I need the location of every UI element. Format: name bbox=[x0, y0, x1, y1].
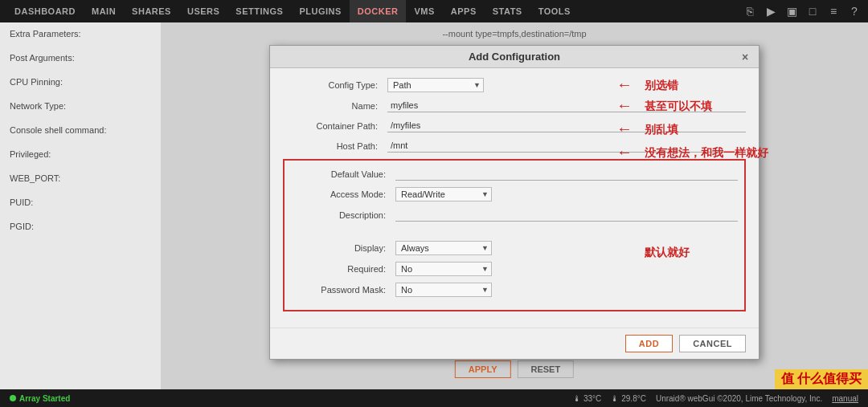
cancel-button[interactable]: CANCEL bbox=[679, 335, 746, 352]
host-path-control bbox=[387, 139, 746, 153]
reset-button[interactable]: RESET bbox=[517, 360, 574, 378]
status-dot-icon bbox=[10, 395, 16, 401]
nav-docker[interactable]: DOCKER bbox=[350, 0, 407, 22]
sidebar-pgid: PGID: bbox=[10, 222, 151, 231]
default-value-input[interactable] bbox=[395, 167, 738, 181]
display-select[interactable]: Always Advanced Advanced Always Never bbox=[395, 241, 492, 255]
modal-close-button[interactable]: × bbox=[738, 50, 752, 64]
access-mode-select-wrapper: Read/Write Read Only No Access ▼ bbox=[395, 187, 492, 201]
sidebar-privileged: Privileged: bbox=[10, 149, 151, 159]
temp2: 🌡 29.8°C bbox=[611, 394, 646, 403]
default-value-row: Default Value: bbox=[291, 167, 738, 181]
name-row: Name: bbox=[283, 99, 746, 112]
thermometer2-icon: 🌡 bbox=[611, 394, 619, 403]
access-mode-label: Access Mode: bbox=[291, 189, 395, 199]
sidebar-cpu-pinning: CPU Pinning: bbox=[10, 77, 151, 87]
temp1-label: 33°C bbox=[583, 394, 601, 403]
top-navigation: DASHBOARD MAIN SHARES USERS SETTINGS PLU… bbox=[0, 0, 868, 22]
required-row: Required: No Yes ▼ bbox=[291, 262, 738, 276]
thermometer1-icon: 🌡 bbox=[573, 394, 581, 403]
nav-settings[interactable]: SETTINGS bbox=[227, 0, 291, 22]
modal-title: Add Configuration bbox=[469, 51, 560, 63]
copy-icon[interactable]: ⎘ bbox=[743, 4, 757, 18]
red-section: Default Value: Access Mode: bbox=[283, 159, 746, 311]
sidebar-web-port: WEB_PORT: bbox=[10, 173, 151, 183]
array-started-status: Array Started bbox=[10, 394, 70, 403]
manual-link[interactable]: manual bbox=[832, 394, 858, 403]
name-label: Name: bbox=[283, 101, 387, 111]
password-mask-control: No Yes ▼ bbox=[395, 283, 738, 297]
nav-dashboard[interactable]: DASHBOARD bbox=[6, 0, 84, 22]
watermark: 值 什么值得买 bbox=[775, 369, 868, 389]
modal-footer: ADD CANCEL bbox=[270, 328, 759, 359]
add-button[interactable]: ADD bbox=[625, 335, 673, 352]
modal-header: Add Configuration × bbox=[270, 46, 759, 68]
password-mask-select-wrapper: No Yes ▼ bbox=[395, 283, 492, 297]
list-icon[interactable]: ≡ bbox=[826, 4, 841, 18]
apply-button[interactable]: APPLY bbox=[455, 360, 511, 378]
monitor-icon[interactable]: ▣ bbox=[784, 4, 799, 18]
config-type-label: Config Type: bbox=[283, 80, 387, 90]
main-area: Extra Parameters: Post Arguments: CPU Pi… bbox=[0, 22, 868, 389]
nav-apps[interactable]: APPS bbox=[443, 0, 485, 22]
access-mode-control: Read/Write Read Only No Access ▼ bbox=[395, 187, 738, 201]
temp1: 🌡 33°C bbox=[573, 394, 601, 403]
temp2-label: 29.8°C bbox=[621, 394, 646, 403]
description-input[interactable] bbox=[395, 208, 738, 222]
sidebar: Extra Parameters: Post Arguments: CPU Pi… bbox=[0, 22, 161, 389]
display-control: Always Advanced Advanced Always Never ▼ bbox=[395, 241, 738, 255]
mount-text: --mount type=tmpfs,destination=/tmp bbox=[170, 26, 858, 45]
nav-tools[interactable]: TOOLS bbox=[530, 0, 579, 22]
required-select[interactable]: No Yes bbox=[395, 262, 492, 276]
sidebar-network-type: Network Type: bbox=[10, 101, 151, 111]
display-row: Display: Always Advanced Advanced Always… bbox=[291, 241, 738, 255]
desktop-icon[interactable]: □ bbox=[805, 4, 820, 18]
container-path-label: Container Path: bbox=[283, 121, 387, 131]
nav-main[interactable]: MAIN bbox=[84, 0, 124, 22]
access-mode-select[interactable]: Read/Write Read Only No Access bbox=[395, 187, 492, 201]
required-select-wrapper: No Yes ▼ bbox=[395, 262, 492, 276]
password-mask-label: Password Mask: bbox=[291, 285, 395, 295]
modal-wrapper: Add Configuration × Config Type: Path Va… bbox=[170, 45, 858, 360]
nav-stats[interactable]: STATS bbox=[485, 0, 530, 22]
terminal-icon[interactable]: ▶ bbox=[764, 4, 778, 18]
name-input[interactable] bbox=[387, 99, 746, 112]
nav-right-icons: ⎘ ▶ ▣ □ ≡ ? bbox=[743, 4, 862, 18]
copyright-text: Unraid® webGui ©2020, Lime Technology, I… bbox=[656, 394, 822, 403]
status-right: 🌡 33°C 🌡 29.8°C Unraid® webGui ©2020, Li… bbox=[573, 394, 858, 403]
bottom-actions: APPLY RESET bbox=[455, 356, 574, 383]
default-value-control bbox=[395, 167, 738, 181]
nav-users[interactable]: USERS bbox=[179, 0, 227, 22]
sidebar-puid: PUID: bbox=[10, 197, 151, 207]
host-path-label: Host Path: bbox=[283, 141, 387, 151]
host-path-row: Host Path: bbox=[283, 139, 746, 153]
sidebar-extra-params: Extra Parameters: bbox=[10, 29, 151, 39]
name-control bbox=[387, 99, 746, 112]
help-icon[interactable]: ? bbox=[847, 4, 862, 18]
array-started-label: Array Started bbox=[19, 394, 70, 403]
container-path-input[interactable] bbox=[387, 119, 746, 132]
modal-body: Config Type: Path Variable Device Label … bbox=[270, 68, 759, 328]
add-configuration-modal: Add Configuration × Config Type: Path Va… bbox=[269, 45, 760, 360]
display-select-wrapper: Always Advanced Advanced Always Never ▼ bbox=[395, 241, 492, 255]
config-type-select[interactable]: Path Variable Device Label Port bbox=[387, 78, 484, 92]
password-mask-row: Password Mask: No Yes ▼ bbox=[291, 283, 738, 297]
nav-vms[interactable]: VMS bbox=[406, 0, 442, 22]
description-row: Description: bbox=[291, 208, 738, 222]
required-control: No Yes ▼ bbox=[395, 262, 738, 276]
config-type-select-wrapper: Path Variable Device Label Port ▼ bbox=[387, 78, 484, 92]
content-area: --mount type=tmpfs,destination=/tmp APPL… bbox=[161, 22, 868, 389]
host-path-input[interactable] bbox=[387, 139, 746, 153]
nav-shares[interactable]: SHARES bbox=[124, 0, 179, 22]
password-mask-select[interactable]: No Yes bbox=[395, 283, 492, 297]
default-value-label: Default Value: bbox=[291, 169, 395, 179]
sidebar-post-args: Post Arguments: bbox=[10, 53, 151, 63]
container-path-control bbox=[387, 119, 746, 132]
sidebar-console-shell: Console shell command: bbox=[10, 125, 151, 135]
description-label: Description: bbox=[291, 210, 395, 220]
access-mode-row: Access Mode: Read/Write Read Only No Acc… bbox=[291, 187, 738, 201]
nav-plugins[interactable]: PLUGINS bbox=[291, 0, 349, 22]
status-bar: Array Started 🌡 33°C 🌡 29.8°C Unraid® we… bbox=[0, 389, 868, 407]
required-label: Required: bbox=[291, 264, 395, 274]
display-label: Display: bbox=[291, 243, 395, 253]
